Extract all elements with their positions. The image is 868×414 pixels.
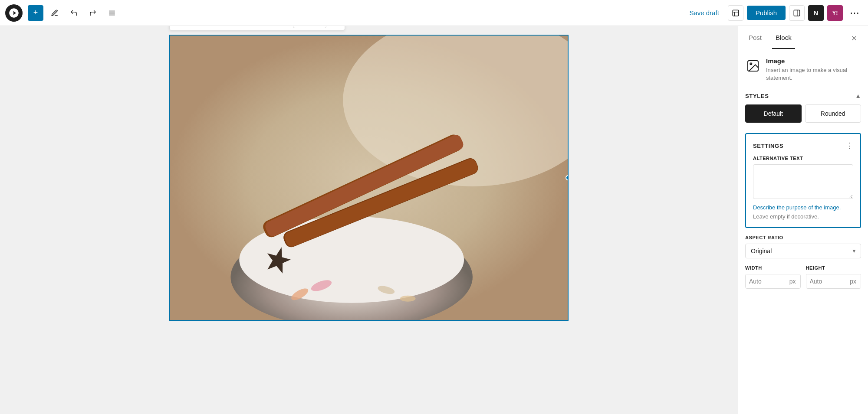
style-rounded-button[interactable]: Rounded (805, 104, 861, 123)
main-content: Replace (0, 26, 868, 414)
tab-block[interactable]: Block (772, 27, 795, 49)
aspect-ratio-select-wrapper: Original Square - 1:1 Standard - 4:3 Por… (745, 244, 861, 258)
image-icon-button[interactable] (171, 26, 187, 28)
alt-text-field[interactable] (753, 164, 853, 199)
dimension-fields: Width px Height px (745, 265, 861, 289)
alt-text-label: Alternative Text (753, 156, 853, 161)
aspect-ratio-select[interactable]: Original Square - 1:1 Standard - 4:3 Por… (745, 244, 861, 258)
redo-button[interactable] (85, 5, 101, 21)
width-label: Width (745, 265, 801, 271)
styles-section: Styles ▲ Default Rounded (745, 92, 861, 123)
sidebar-content: Image Insert an image to make a visual s… (738, 50, 868, 414)
link-button[interactable] (240, 26, 256, 28)
styles-section-title: Styles (745, 93, 769, 99)
settings-title: Settings (753, 143, 783, 149)
block-info: Image Insert an image to make a visual s… (745, 57, 861, 82)
image-block[interactable]: Replace (169, 35, 569, 321)
block-description: Insert an image to make a visual stateme… (766, 66, 861, 82)
height-label: Height (806, 265, 861, 271)
style-default-button[interactable]: Default (745, 104, 802, 123)
resize-handle[interactable] (566, 175, 569, 180)
alt-text-link[interactable]: Describe the purpose of the image. (753, 204, 853, 211)
block-toolbar: Replace (169, 26, 345, 30)
right-sidebar: Post Block Image Insert an image to make… (738, 26, 868, 414)
top-toolbar: + Post Save draft Publish N Y! ⋯ (0, 0, 868, 26)
width-field-group: Width px (745, 265, 801, 289)
publish-button[interactable]: Publish (747, 6, 786, 20)
sidebar-tabs: Post Block (738, 26, 868, 50)
svg-point-30 (400, 296, 416, 302)
tools-button[interactable] (47, 5, 62, 21)
alt-text-note: Leave empty if decorative. (753, 213, 819, 220)
settings-section: Settings ⋮ Alternative Text Describe the… (745, 133, 861, 228)
svg-point-35 (750, 63, 752, 65)
width-input[interactable] (746, 274, 789, 288)
height-unit: px (850, 274, 861, 288)
more-options-button[interactable]: ⋯ (846, 6, 863, 20)
save-draft-button[interactable]: Save draft (684, 7, 724, 19)
width-input-wrapper: px (745, 274, 801, 289)
filter-button[interactable] (191, 26, 207, 28)
aspect-ratio-label: Aspect Ratio (745, 235, 861, 240)
block-info-text: Image Insert an image to make a visual s… (766, 57, 861, 82)
editor-area: Replace (0, 26, 738, 414)
aspect-ratio-section: Aspect Ratio Original Square - 1:1 Stand… (745, 235, 861, 258)
styles-chevron-button[interactable]: ▲ (855, 92, 861, 99)
align-button[interactable] (207, 26, 223, 28)
list-view-button[interactable] (104, 5, 120, 21)
sidebar-close-button[interactable] (847, 31, 861, 45)
yoast-button[interactable]: Y! (827, 5, 843, 21)
settings-more-button[interactable]: ⋮ (845, 141, 853, 150)
tab-post[interactable]: Post (745, 27, 765, 49)
height-input[interactable] (806, 274, 850, 288)
image-container[interactable] (169, 35, 569, 321)
replace-button[interactable]: Replace (293, 26, 326, 28)
block-title: Image (766, 57, 861, 65)
n-button[interactable]: N (808, 5, 824, 21)
toggle-sidebar-button[interactable] (789, 5, 805, 21)
food-image (170, 36, 568, 320)
styles-section-header: Styles ▲ (745, 92, 861, 99)
height-input-wrapper: px (806, 274, 861, 289)
svg-rect-4 (733, 10, 739, 16)
undo-button[interactable] (66, 5, 82, 21)
block-more-button[interactable] (327, 26, 343, 28)
add-block-button[interactable]: + (28, 5, 43, 21)
media-button[interactable] (224, 26, 240, 28)
crop-button[interactable] (257, 26, 273, 28)
preview-button[interactable] (728, 5, 743, 21)
width-unit: px (789, 274, 800, 288)
image-block-icon (745, 58, 761, 74)
svg-rect-5 (794, 10, 800, 16)
text-button[interactable] (273, 26, 289, 28)
height-field-group: Height px (806, 265, 861, 289)
settings-header: Settings ⋮ (753, 141, 853, 150)
wp-logo (5, 4, 23, 22)
style-buttons: Default Rounded (745, 104, 861, 123)
